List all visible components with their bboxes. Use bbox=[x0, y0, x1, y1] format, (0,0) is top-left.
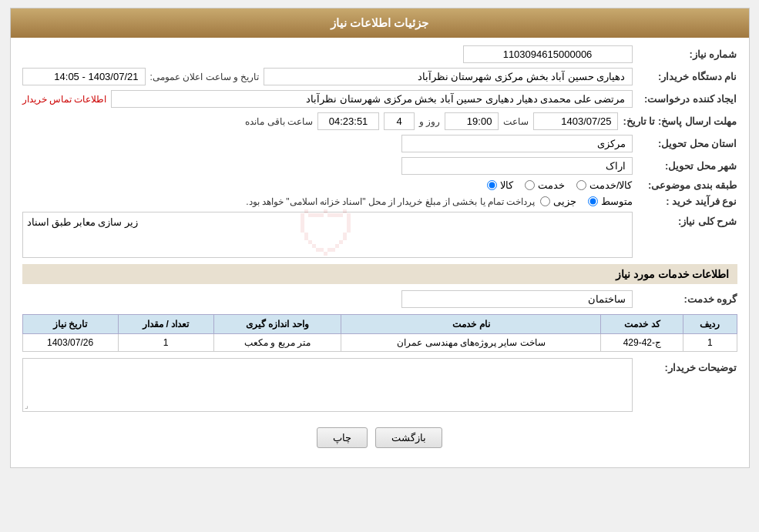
response-date-value: 1403/07/25 bbox=[533, 112, 618, 130]
process-radio-motavaset[interactable] bbox=[588, 196, 598, 206]
category-option-kala-khadamat-label: کالا/خدمت bbox=[589, 179, 633, 191]
process-label: نوع فرآیند خرید : bbox=[637, 196, 737, 207]
need-description-value: زیر سازی معابر طبق اسناد bbox=[27, 216, 138, 228]
process-option-jozi: جزیی bbox=[540, 196, 576, 207]
category-radio-group: کالا/خدمت خدمت کالا bbox=[487, 179, 633, 191]
cell-measurement_unit: متر مربع و مکعب bbox=[213, 334, 341, 352]
category-radio-khadamat[interactable] bbox=[525, 180, 535, 190]
response-time-value: 19:00 bbox=[445, 112, 499, 130]
cell-need_date: 1403/07/26 bbox=[22, 334, 118, 352]
col-service-name: نام خدمت bbox=[341, 315, 601, 334]
response-days-value: 4 bbox=[384, 112, 415, 130]
creator-row: ایجاد کننده درخواست: مرتضی علی محمدی دهی… bbox=[22, 90, 737, 108]
response-remaining-label: ساعت باقی مانده bbox=[245, 116, 313, 127]
response-days-label: روز و bbox=[419, 116, 440, 127]
category-option-kala-label: کالا bbox=[500, 179, 513, 191]
cell-service_name: ساخت سایر پروژه‌های مهندسی عمران bbox=[341, 334, 601, 352]
cell-quantity: 1 bbox=[118, 334, 213, 352]
service-group-row: گروه خدمت: ساختمان bbox=[22, 290, 737, 308]
delivery-province-value: مرکزی bbox=[401, 135, 633, 152]
process-radio-jozi[interactable] bbox=[540, 196, 550, 206]
response-time-label: ساعت bbox=[503, 116, 529, 127]
resize-icon: ⌟ bbox=[25, 401, 29, 410]
col-need-date: تاریخ نیاز bbox=[22, 315, 118, 334]
buyer-notes-label: توضیحات خریدار: bbox=[637, 358, 737, 373]
cell-row_num: 1 bbox=[683, 334, 737, 352]
need-description-row: شرح کلی نیاز: زیر سازی معابر طبق اسناد 🛡 bbox=[22, 212, 737, 258]
table-row: 1ج-42-429ساخت سایر پروژه‌های مهندسی عمرا… bbox=[22, 334, 737, 352]
services-section-divider: اطلاعات خدمات مورد نیاز bbox=[22, 264, 737, 284]
org-name-value: دهیاری حسین آباد بخش مرکزی شهرستان نظرآب… bbox=[264, 68, 632, 85]
public-announce-value: 1403/07/21 - 14:05 bbox=[22, 68, 146, 85]
delivery-province-row: استان محل تحویل: مرکزی bbox=[22, 135, 737, 152]
delivery-city-label: شهر محل تحویل: bbox=[637, 160, 737, 172]
table-header-row: ردیف کد خدمت نام خدمت واحد اندازه گیری ت… bbox=[22, 315, 737, 334]
creator-value: مرتضی علی محمدی دهیار دهیاری حسین آباد ب… bbox=[111, 90, 632, 108]
process-radio-group: متوسط جزیی bbox=[540, 196, 633, 207]
category-radio-kala[interactable] bbox=[487, 180, 497, 190]
content-area: شماره نیاز: 1103094615000006 نام دستگاه … bbox=[11, 38, 749, 467]
cell-service_code: ج-42-429 bbox=[601, 334, 683, 352]
need-description-label: شرح کلی نیاز: bbox=[637, 212, 737, 227]
response-deadline-row: مهلت ارسال پاسخ: تا تاریخ: 1403/07/25 سا… bbox=[22, 112, 737, 130]
service-group-label: گروه خدمت: bbox=[637, 293, 737, 305]
need-number-row: شماره نیاز: 1103094615000006 bbox=[22, 45, 737, 63]
delivery-city-value: اراک bbox=[401, 157, 633, 175]
service-group-value: ساختمان bbox=[401, 290, 633, 308]
need-description-area: زیر سازی معابر طبق اسناد 🛡 bbox=[22, 212, 633, 258]
services-table: ردیف کد خدمت نام خدمت واحد اندازه گیری ت… bbox=[22, 314, 737, 352]
creator-label: ایجاد کننده درخواست: bbox=[637, 93, 737, 105]
response-remaining-value: 04:23:51 bbox=[317, 112, 379, 130]
org-name-label: نام دستگاه خریدار: bbox=[637, 71, 737, 82]
buyer-notes-section: توضیحات خریدار: ⌟ bbox=[22, 358, 737, 412]
need-number-value: 1103094615000006 bbox=[463, 45, 633, 63]
buttons-row: بازگشت چاپ bbox=[22, 420, 737, 460]
process-option-motavaset-label: متوسط bbox=[601, 196, 633, 207]
need-number-label: شماره نیاز: bbox=[637, 49, 737, 60]
contact-link[interactable]: اطلاعات تماس خریدار bbox=[22, 94, 107, 105]
process-note: پرداخت تمام یا بخشی از مبلغ خریدار از مح… bbox=[22, 196, 536, 207]
page-container: جزئیات اطلاعات نیاز شماره نیاز: 11030946… bbox=[10, 8, 750, 468]
org-announce-row: نام دستگاه خریدار: دهیاری حسین آباد بخش … bbox=[22, 68, 737, 85]
col-quantity: تعداد / مقدار bbox=[118, 315, 213, 334]
col-row-num: ردیف bbox=[683, 315, 737, 334]
col-measurement-unit: واحد اندازه گیری bbox=[213, 315, 341, 334]
back-button[interactable]: بازگشت bbox=[375, 427, 442, 448]
process-option-jozi-label: جزیی bbox=[553, 196, 576, 207]
response-date-label: مهلت ارسال پاسخ: تا تاریخ: bbox=[623, 115, 737, 127]
process-option-motavaset: متوسط bbox=[588, 196, 633, 207]
need-description-box: زیر سازی معابر طبق اسناد bbox=[22, 212, 633, 258]
category-row: طبقه بندی موضوعی: کالا/خدمت خدمت کالا bbox=[22, 179, 737, 191]
buyer-notes-box: ⌟ bbox=[22, 358, 633, 412]
col-service-code: کد خدمت bbox=[601, 315, 683, 334]
process-type-row: نوع فرآیند خرید : متوسط جزیی پرداخت تمام… bbox=[22, 196, 737, 207]
category-option-khadamat-label: خدمت bbox=[538, 179, 565, 191]
header-title: جزئیات اطلاعات نیاز bbox=[331, 16, 428, 29]
category-radio-kala-khadamat[interactable] bbox=[576, 180, 586, 190]
category-option-khadamat: خدمت bbox=[525, 179, 565, 191]
print-button[interactable]: چاپ bbox=[317, 427, 368, 448]
public-announce-label: تاریخ و ساعت اعلان عمومی: bbox=[150, 72, 260, 82]
category-option-kala-khadamat: کالا/خدمت bbox=[576, 179, 633, 191]
page-header: جزئیات اطلاعات نیاز bbox=[11, 8, 749, 38]
category-label: طبقه بندی موضوعی: bbox=[637, 179, 737, 191]
delivery-province-label: استان محل تحویل: bbox=[637, 138, 737, 149]
category-option-kala: کالا bbox=[487, 179, 513, 191]
delivery-city-row: شهر محل تحویل: اراک bbox=[22, 157, 737, 175]
